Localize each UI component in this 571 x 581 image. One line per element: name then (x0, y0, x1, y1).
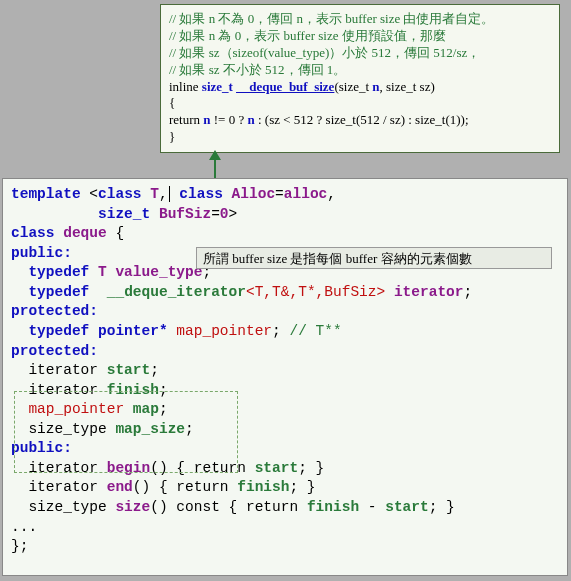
line-10: iterator start; (11, 361, 559, 381)
line-12: map_pointer map; (11, 400, 559, 420)
line-7: protected: (11, 302, 559, 322)
line-9: protected: (11, 342, 559, 362)
annotation-box: 所謂 buffer size 是指每個 buffer 容納的元素個數 (196, 247, 552, 269)
return-line: return n != 0 ? n : (sz < 512 ? size_t(5… (169, 112, 551, 129)
brace-close: } (169, 129, 551, 146)
arrow-up-icon (214, 158, 216, 178)
line-18: ... (11, 518, 559, 538)
line-13: size_type map_size; (11, 420, 559, 440)
text-cursor (169, 186, 170, 202)
line-8: typedef pointer* map_pointer; // T** (11, 322, 559, 342)
code-box: template <class T, class Alloc=alloc, si… (2, 178, 568, 576)
line-11: iterator finish; (11, 381, 559, 401)
line-15: iterator begin() { return start; } (11, 459, 559, 479)
comment-line-1: // 如果 n 不為 0，傳回 n，表示 buffer size 由使用者自定。 (169, 11, 551, 28)
line-2: size_t BufSiz=0> (11, 205, 559, 225)
line-17: size_type size() const { return finish -… (11, 498, 559, 518)
brace-open: { (169, 95, 551, 112)
line-14: public: (11, 439, 559, 459)
line-6: typedef __deque_iterator<T,T&,T*,BufSiz>… (11, 283, 559, 303)
line-19: }; (11, 537, 559, 557)
inline-decl: inline size_t __deque_buf_size(size_t n,… (169, 79, 551, 96)
comment-line-3: // 如果 sz（sizeof(value_type)）小於 512，傳回 51… (169, 45, 551, 62)
inline-function-box: // 如果 n 不為 0，傳回 n，表示 buffer size 由使用者自定。… (160, 4, 560, 153)
annotation-text: 所謂 buffer size 是指每個 buffer 容納的元素個數 (203, 251, 472, 266)
line-16: iterator end() { return finish; } (11, 478, 559, 498)
comment-line-2: // 如果 n 為 0，表示 buffer size 使用預設值，那麼 (169, 28, 551, 45)
line-1: template <class T, class Alloc=alloc, (11, 185, 559, 205)
line-3: class deque { (11, 224, 559, 244)
comment-line-4: // 如果 sz 不小於 512，傳回 1。 (169, 62, 551, 79)
